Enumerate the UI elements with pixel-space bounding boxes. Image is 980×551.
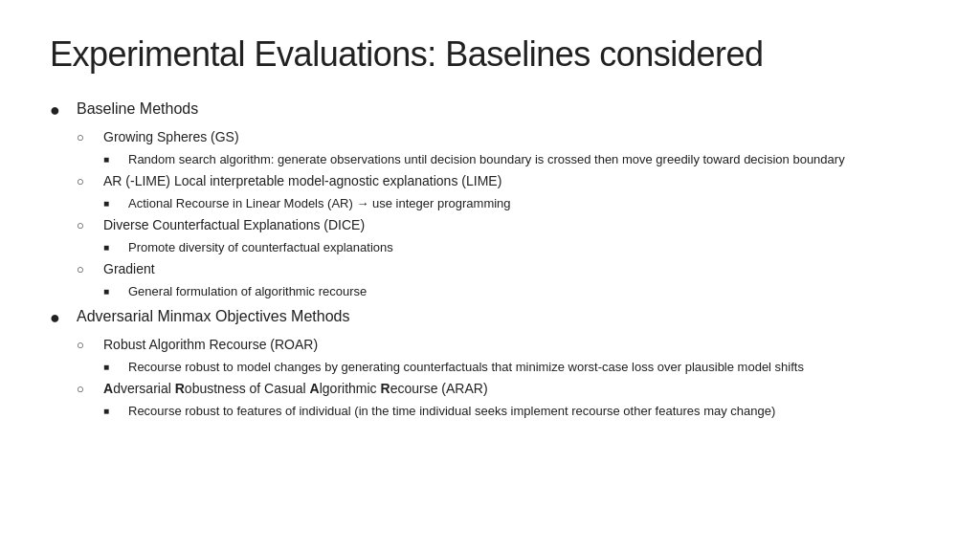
item-text: Recourse robust to features of individua… xyxy=(128,402,775,421)
bold-letter-R2: R xyxy=(381,381,390,396)
bullet-l3: ■ xyxy=(103,152,128,167)
list-item: ○ AR (-LIME) Local interpretable model-a… xyxy=(77,171,930,192)
list-item: ○ Robust Algorithm Recourse (ROAR) xyxy=(77,335,930,356)
bullet-l2: ○ xyxy=(77,216,103,235)
item-text: Recourse robust to model changes by gene… xyxy=(128,358,804,377)
list-item: ● Baseline Methods xyxy=(50,98,930,121)
section-label: Baseline Methods xyxy=(77,98,198,121)
list-item: ○ Gradient xyxy=(77,259,930,280)
item-group: ■ Recourse robust to features of individ… xyxy=(103,402,930,421)
bold-letter-R1: R xyxy=(175,381,185,396)
bold-letter-A: A xyxy=(103,381,113,396)
subsection-label: Robust Algorithm Recourse (ROAR) xyxy=(103,335,318,356)
subsection-group: ○ Robust Algorithm Recourse (ROAR) ■ Rec… xyxy=(77,335,930,421)
section-label: Adversarial Minmax Objectives Methods xyxy=(77,305,349,329)
subsection-label: Diverse Counterfactual Explanations (DIC… xyxy=(103,215,365,236)
item-group: ■ Actional Recourse in Linear Models (AR… xyxy=(103,194,930,213)
list-item: ■ Promote diversity of counterfactual ex… xyxy=(103,238,930,257)
list-item: ○ Adversarial Robustness of Casual Algor… xyxy=(77,379,930,400)
bullet-l2: ○ xyxy=(77,172,103,191)
list-item: ■ General formulation of algorithmic rec… xyxy=(103,282,930,301)
bullet-l2: ○ xyxy=(77,380,103,399)
item-group: ■ Promote diversity of counterfactual ex… xyxy=(103,238,930,257)
item-text: Promote diversity of counterfactual expl… xyxy=(128,238,393,257)
list-item: ○ Growing Spheres (GS) xyxy=(77,127,930,148)
list-item: ■ Actional Recourse in Linear Models (AR… xyxy=(103,194,930,213)
list-item: ■ Recourse robust to model changes by ge… xyxy=(103,358,930,377)
bullet-l1: ● xyxy=(50,99,77,121)
bullet-l2: ○ xyxy=(77,336,103,355)
subsection-label: Growing Spheres (GS) xyxy=(103,127,239,148)
bullet-l3: ■ xyxy=(103,284,128,299)
bullet-l3: ■ xyxy=(103,360,128,375)
bullet-l3: ■ xyxy=(103,196,128,211)
bullet-l3: ■ xyxy=(103,240,128,255)
list-item: ■ Random search algorithm: generate obse… xyxy=(103,150,930,169)
bold-letter-A2: A xyxy=(310,381,320,396)
subsection-group: ○ Growing Spheres (GS) ■ Random search a… xyxy=(77,127,930,300)
subsection-label: AR (-LIME) Local interpretable model-agn… xyxy=(103,171,501,192)
slide: Experimental Evaluations: Baselines cons… xyxy=(0,0,980,551)
bullet-l3: ■ xyxy=(103,404,128,419)
subsection-label: Gradient xyxy=(103,259,155,280)
item-group: ■ General formulation of algorithmic rec… xyxy=(103,282,930,301)
item-group: ■ Random search algorithm: generate obse… xyxy=(103,150,930,169)
item-text: Random search algorithm: generate observ… xyxy=(128,150,845,169)
slide-title: Experimental Evaluations: Baselines cons… xyxy=(50,34,930,75)
bullet-l2: ○ xyxy=(77,128,103,147)
bullet-l1: ● xyxy=(50,307,77,329)
item-group: ■ Recourse robust to model changes by ge… xyxy=(103,358,930,377)
item-text: Actional Recourse in Linear Models (AR) … xyxy=(128,194,511,213)
list-item: ■ Recourse robust to features of individ… xyxy=(103,402,930,421)
slide-content: ● Baseline Methods ○ Growing Spheres (GS… xyxy=(50,98,930,421)
bullet-l2: ○ xyxy=(77,260,103,279)
subsection-label: Adversarial Robustness of Casual Algorit… xyxy=(103,379,488,400)
list-item: ○ Diverse Counterfactual Explanations (D… xyxy=(77,215,930,236)
list-item: ● Adversarial Minmax Objectives Methods xyxy=(50,305,930,329)
item-text: General formulation of algorithmic recou… xyxy=(128,282,367,301)
